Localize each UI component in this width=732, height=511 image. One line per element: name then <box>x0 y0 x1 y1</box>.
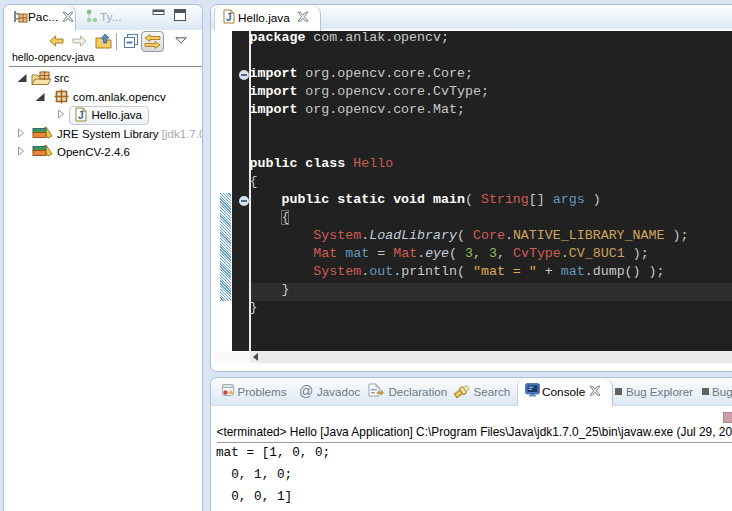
svg-text:J: J <box>226 12 232 23</box>
svg-text:J: J <box>78 110 84 121</box>
